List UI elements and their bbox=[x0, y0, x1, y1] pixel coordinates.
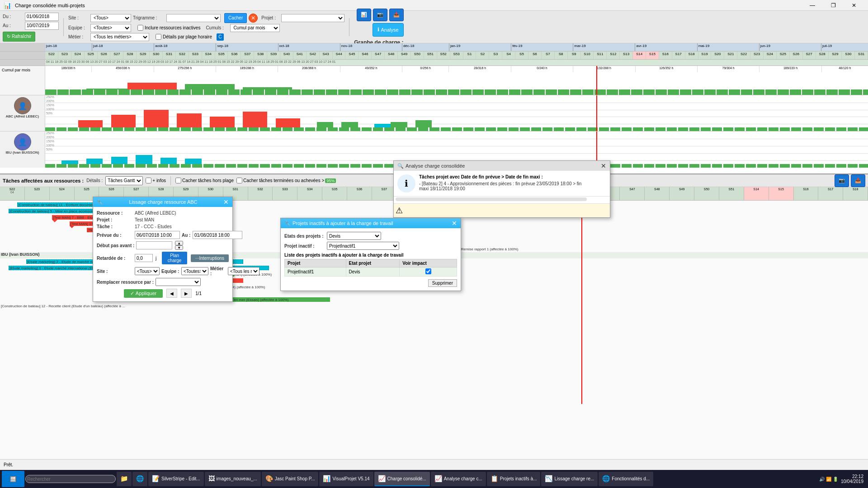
details-horaire-checkbox[interactable] bbox=[156, 34, 161, 40]
month-jan19: jan-19 bbox=[449, 43, 511, 51]
projet-inactif-select[interactable]: ProjetInactif1 bbox=[327, 242, 399, 250]
systray: 🔊 📶 🔋 22:12 10/04/2019 bbox=[819, 474, 866, 484]
debut-row: Début pas avant : ▲ ▼ bbox=[97, 241, 229, 250]
col-etat: Etat projet bbox=[346, 259, 400, 267]
au-dialog-input[interactable] bbox=[193, 231, 242, 239]
info-icon: ℹ bbox=[377, 27, 379, 33]
site-dialog-label: Site : bbox=[97, 269, 133, 274]
camera-button[interactable]: 📷 bbox=[373, 9, 387, 21]
prevue-du-label: Prévue du : bbox=[97, 233, 133, 238]
week-spacer bbox=[0, 52, 45, 59]
site-dialog-select[interactable]: <Tous> bbox=[135, 267, 160, 275]
taskitem-explorer[interactable]: 📁 bbox=[117, 472, 132, 486]
taskitem-projets-inactifs[interactable]: 📋 Projets inactifs à... bbox=[487, 472, 541, 486]
include-inactives-label: Inclure ressources inactives bbox=[145, 25, 200, 30]
debut-up[interactable]: ▲ bbox=[175, 241, 183, 245]
analyse-info-icon: ℹ bbox=[397, 174, 415, 192]
month-mar19: mar-19 bbox=[573, 43, 635, 51]
taskbar-search[interactable] bbox=[25, 475, 116, 483]
taskitem-fonctionnalites[interactable]: 🌐 Fonctionnalités d... bbox=[599, 472, 653, 486]
lissage-dialog-title[interactable]: 🔧 Lissage charge ressource ABC ✕ bbox=[93, 197, 232, 207]
month-oct18: oct-18 bbox=[278, 43, 340, 51]
col-voir: Voir impact bbox=[400, 259, 457, 267]
etats-select[interactable]: Devis bbox=[327, 232, 381, 240]
cumuls-select[interactable]: Cumul par mois bbox=[230, 24, 280, 32]
tasks-export-button[interactable]: 📤 bbox=[851, 174, 865, 187]
month-fev19: fév-19 bbox=[511, 43, 573, 51]
equipe-dialog-select[interactable]: <Toutes> bbox=[181, 267, 208, 275]
cacher-button[interactable]: Cacher bbox=[224, 13, 247, 23]
plus-infos-checkbox[interactable] bbox=[146, 178, 151, 183]
c-button[interactable]: C bbox=[217, 33, 224, 41]
metier-select[interactable]: <Tous les métiers> bbox=[90, 33, 149, 41]
warning-icon: ⚠ bbox=[396, 206, 403, 216]
taskitem-charge[interactable]: 📈 Charge consolidé... bbox=[374, 472, 430, 486]
export-button[interactable]: 📤 bbox=[389, 9, 404, 21]
minimize-button[interactable]: — bbox=[802, 0, 823, 11]
analyse-close-button[interactable]: ✕ bbox=[601, 163, 606, 169]
rafraichir-button[interactable]: ↻ Rafraîchir bbox=[3, 32, 35, 42]
lissage-close-button[interactable]: ✕ bbox=[223, 199, 229, 205]
analyse-dialog-title[interactable]: 🔍 Analyse charge consolidée ✕ bbox=[394, 161, 610, 171]
interruptions-button[interactable]: ···Interruptions bbox=[191, 254, 229, 262]
taskitem-images[interactable]: 🖼 images_nouveau_... bbox=[205, 472, 261, 486]
tasks-toolbar-sep bbox=[170, 176, 171, 185]
start-button[interactable]: 🪟 bbox=[2, 471, 24, 487]
retardee-input[interactable] bbox=[135, 254, 153, 262]
plan-charge-button[interactable]: Plan charge bbox=[162, 252, 187, 264]
include-inactives-checkbox[interactable] bbox=[137, 25, 143, 31]
taskitem-analyse[interactable]: 📈 Analyse charge c... bbox=[431, 472, 486, 486]
inactive-close-button[interactable]: ✕ bbox=[452, 220, 457, 226]
col-projet: Projet bbox=[285, 259, 346, 267]
trigramme-select[interactable] bbox=[166, 14, 221, 22]
cancel-icon[interactable]: ✕ bbox=[249, 14, 258, 23]
inactive-icon: 🔧 bbox=[284, 221, 291, 226]
taskitem-lissage[interactable]: 📉 Lissage charge re... bbox=[541, 472, 598, 486]
details-select[interactable]: Tâches Gantt bbox=[105, 176, 143, 185]
appliquer-button[interactable]: ✓ Appliquer bbox=[124, 289, 163, 298]
debut-down[interactable]: ▼ bbox=[175, 245, 183, 250]
remplacer-select[interactable] bbox=[156, 278, 201, 286]
analyse-button[interactable]: ℹ Analyse bbox=[373, 23, 403, 37]
taskitem-visualprojet[interactable]: 📊 VisualProjet V5.14 bbox=[319, 472, 373, 486]
chart-bar-button[interactable]: 📊 bbox=[357, 9, 371, 21]
taskitem-browser[interactable]: 🌐 bbox=[132, 472, 147, 486]
abc-name: ABC (Alfred LEBEC) bbox=[6, 114, 39, 118]
au-input[interactable] bbox=[25, 22, 59, 30]
debut-input[interactable] bbox=[136, 241, 172, 249]
abc-avatar: 👤 bbox=[14, 97, 31, 114]
cumul-label: Cumul par mois bbox=[0, 66, 45, 95]
maximize-button[interactable]: ❐ bbox=[823, 0, 844, 11]
tache-value: 17 - CCC - Etudes bbox=[135, 224, 172, 229]
site-select[interactable]: <Tous> bbox=[90, 14, 131, 22]
supprimer-button[interactable]: Supprimer bbox=[428, 279, 457, 287]
check-icon: ✓ bbox=[130, 291, 134, 296]
taskitem-silverstripe[interactable]: 📝 SilverStripe - Edit... bbox=[148, 472, 204, 486]
cumul-row: Cumul par mois 189/336 h 456/336 h 275/2… bbox=[0, 66, 868, 95]
lissage-projet-value: Test MAN bbox=[135, 217, 154, 222]
metier-dialog-select[interactable]: <Tous les r bbox=[228, 267, 259, 275]
site-equipe-metier-row: Site : <Tous> Equipe : <Toutes> Métier :… bbox=[97, 266, 229, 276]
du-input[interactable] bbox=[25, 13, 59, 21]
tasks-camera-button[interactable]: 📷 bbox=[835, 174, 849, 187]
inactive-row-1[interactable]: ProjetInactif1 Devis bbox=[285, 267, 457, 277]
remplacer-row: Remplacer ressource par : bbox=[97, 278, 229, 286]
equipe-dialog-label: Equipe : bbox=[161, 269, 179, 274]
projet-select[interactable] bbox=[281, 14, 344, 22]
inactive-dialog-title[interactable]: 🔧 Projets inactifs à ajouter à la charge… bbox=[281, 218, 461, 228]
nav-prev-button[interactable]: ◀ bbox=[166, 289, 177, 298]
equipe-select[interactable]: <Toutes> bbox=[90, 24, 131, 32]
prevue-du-row: Prévue du : Au : bbox=[97, 231, 229, 239]
chart-area: juin-18 juil-18 août-18 sep-18 oct-18 no… bbox=[0, 43, 868, 174]
prevue-du-input[interactable] bbox=[135, 231, 180, 239]
nav-next-button[interactable]: ▶ bbox=[181, 289, 192, 298]
inactive-voir-cell[interactable] bbox=[400, 267, 457, 277]
voir-impact-checkbox[interactable] bbox=[425, 268, 431, 274]
month-aug18: août-18 bbox=[154, 43, 216, 51]
cacher-hors-plage-checkbox[interactable] bbox=[175, 178, 181, 183]
close-button[interactable]: ✕ bbox=[844, 0, 864, 11]
metier-dialog-label: Métier : bbox=[210, 266, 226, 276]
analyse-scrollbar[interactable] bbox=[394, 196, 610, 203]
taskitem-paintshop[interactable]: 🎨 Jasc Paint Shop P... bbox=[262, 472, 319, 486]
cacher-terminees-checkbox[interactable] bbox=[236, 178, 242, 183]
